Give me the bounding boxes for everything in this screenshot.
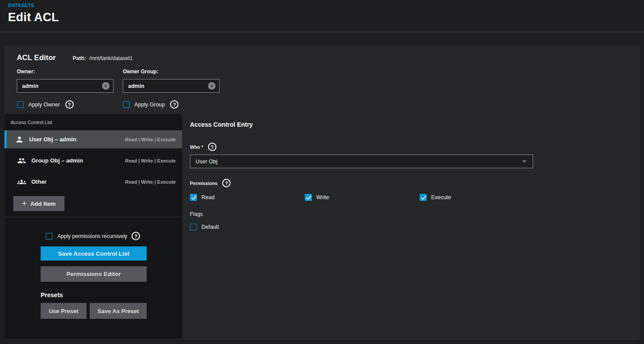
- edit-acl-page: DATASETS Edit ACL ACL Editor Path: /mnt/…: [0, 0, 644, 344]
- acl-body: Access Control List User Obj – admin Rea…: [4, 114, 640, 339]
- who-select[interactable]: User Obj: [190, 155, 533, 168]
- owner-columns: Owner: admin ✕ Apply Owner ? Owner Group…: [17, 68, 640, 109]
- default-checkbox[interactable]: [190, 223, 197, 231]
- apply-recursively-label: Apply permissions recursively: [57, 233, 127, 239]
- owner-group-input[interactable]: admin ✕: [123, 79, 220, 93]
- acl-row-label: Other: [31, 178, 47, 185]
- acl-row-other[interactable]: Other Read | Write | Execute: [4, 173, 182, 191]
- help-icon[interactable]: ?: [208, 143, 216, 151]
- who-label-row: Who * ?: [190, 143, 640, 151]
- help-icon[interactable]: ?: [65, 100, 74, 109]
- read-label: Read: [201, 194, 215, 200]
- acl-row-label: User Obj – admin: [29, 136, 76, 143]
- apply-recursively-row: Apply permissions recursively ?: [45, 232, 182, 240]
- clear-icon[interactable]: ✕: [102, 82, 110, 90]
- path-label: Path:: [72, 55, 86, 61]
- help-icon[interactable]: ?: [222, 179, 231, 187]
- add-item-label: Add Item: [30, 200, 56, 207]
- path-value: /mnt/tank/dataset1: [89, 55, 133, 61]
- chevron-down-icon: [522, 160, 527, 163]
- save-as-preset-button[interactable]: Save As Preset: [90, 303, 147, 319]
- acl-row-permissions: Read | Write | Execute: [125, 179, 176, 185]
- owner-group-label: Owner Group:: [123, 68, 220, 75]
- plus-icon: +: [22, 200, 27, 208]
- ace-title: Access Control Entry: [190, 121, 640, 128]
- user-icon: [15, 135, 24, 144]
- default-label: Default: [201, 224, 219, 230]
- execute-label: Execute: [431, 194, 451, 200]
- breadcrumb[interactable]: DATASETS: [8, 3, 644, 8]
- owner-label: Owner:: [17, 68, 114, 75]
- access-control-list-panel: Access Control List User Obj – admin Rea…: [4, 114, 182, 339]
- clear-icon[interactable]: ✕: [208, 82, 216, 90]
- apply-group-label: Apply Group: [134, 102, 165, 108]
- permission-read: Read: [190, 194, 305, 201]
- acl-row-permissions: Read | Write | Execute: [125, 158, 176, 163]
- owner-column: Owner: admin ✕ Apply Owner ?: [17, 68, 114, 109]
- apply-group-row: Apply Group ?: [123, 100, 220, 109]
- acl-editor-heading: ACL Editor Path: /mnt/tank/dataset1: [17, 53, 640, 62]
- save-acl-button[interactable]: Save Access Control List: [41, 246, 147, 261]
- permissions-editor-button[interactable]: Permissions Editor: [41, 266, 147, 282]
- apply-group-checkbox[interactable]: [123, 101, 130, 108]
- who-select-value: User Obj: [196, 159, 522, 165]
- permissions-label-row: Permissions ?: [190, 179, 640, 187]
- access-control-entry-panel: Access Control Entry Who * ? User Obj Pe…: [182, 114, 640, 339]
- acl-editor-title: ACL Editor: [17, 53, 56, 62]
- help-icon[interactable]: ?: [132, 232, 140, 240]
- acl-editor-section: ACL Editor Path: /mnt/tank/dataset1 Owne…: [4, 45, 640, 114]
- execute-checkbox[interactable]: [420, 194, 427, 201]
- permissions-label: Permissions: [190, 181, 217, 186]
- permission-write: Write: [305, 194, 420, 201]
- dataset-path: Path: /mnt/tank/dataset1: [72, 55, 133, 61]
- apply-recursively-checkbox[interactable]: [45, 233, 53, 240]
- add-item-button[interactable]: + Add Item: [13, 196, 64, 211]
- page-title: Edit ACL: [8, 11, 644, 24]
- others-icon: [17, 178, 26, 186]
- acl-row-label: Group Obj – admin: [31, 157, 83, 164]
- apply-owner-label: Apply Owner: [28, 102, 60, 108]
- apply-owner-row: Apply Owner ?: [17, 100, 114, 109]
- acl-row-permissions: Read | Write | Execute: [125, 137, 176, 142]
- read-checkbox[interactable]: [190, 194, 197, 201]
- apply-owner-checkbox[interactable]: [17, 101, 24, 108]
- owner-input[interactable]: admin ✕: [17, 79, 114, 93]
- acl-rows: User Obj – admin Read | Write | Execute …: [4, 130, 182, 191]
- use-preset-button[interactable]: Use Preset: [41, 303, 87, 319]
- write-label: Write: [316, 194, 329, 200]
- who-label: Who *: [190, 144, 203, 150]
- acl-list-header: Access Control List: [4, 120, 182, 125]
- page-header: DATASETS Edit ACL: [0, 0, 644, 32]
- permissions-checkboxes: Read Write Execute: [190, 194, 640, 201]
- flags-label: Flags: [190, 211, 640, 217]
- write-checkbox[interactable]: [305, 194, 312, 201]
- acl-row-user-obj[interactable]: User Obj – admin Read | Write | Execute: [4, 130, 182, 148]
- acl-row-group-obj[interactable]: Group Obj – admin Read | Write | Execute: [4, 151, 182, 170]
- flag-default: Default: [190, 223, 305, 231]
- presets-label: Presets: [41, 291, 182, 299]
- permission-execute: Execute: [420, 194, 534, 201]
- owner-group-input-value: admin: [128, 83, 208, 89]
- help-icon[interactable]: ?: [170, 100, 178, 109]
- preset-buttons: Use Preset Save As Preset: [41, 303, 182, 319]
- acl-editor-card: ACL Editor Path: /mnt/tank/dataset1 Owne…: [4, 45, 640, 340]
- flags-checkboxes: Default: [190, 223, 640, 231]
- acl-actions: Apply permissions recursively ? Save Acc…: [4, 217, 182, 319]
- owner-group-column: Owner Group: admin ✕ Apply Group ?: [123, 68, 220, 109]
- owner-input-value: admin: [22, 83, 102, 89]
- group-icon: [17, 156, 26, 165]
